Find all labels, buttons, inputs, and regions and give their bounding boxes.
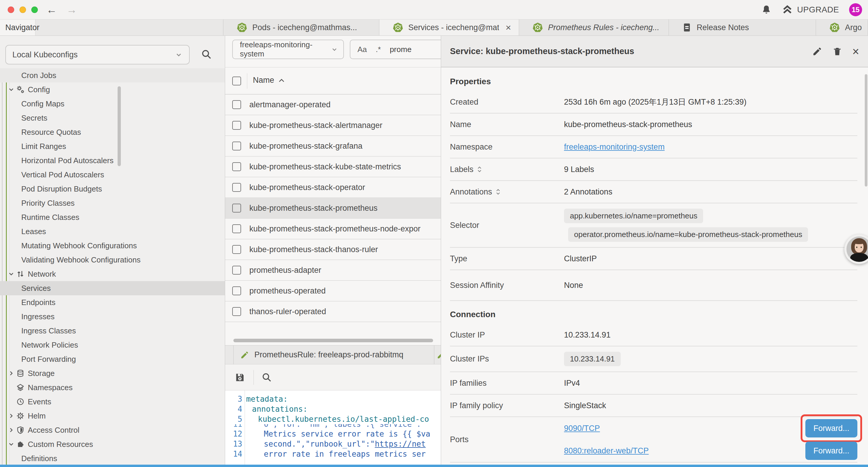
bottom-scrollbar[interactable] <box>0 465 868 467</box>
sidebar-item-vertical-pod-autoscalers[interactable]: Vertical Pod Autoscalers <box>0 168 225 182</box>
match-case-toggle[interactable]: Aa <box>358 45 367 54</box>
tab-prometheus-rules-icecheng[interactable]: Prometheus Rules - icecheng... <box>519 20 669 35</box>
upgrade-button[interactable]: UPGRADE <box>782 4 839 15</box>
row-checkbox[interactable] <box>232 307 241 316</box>
close-window-button[interactable] <box>8 6 14 13</box>
minimize-window-button[interactable] <box>20 6 26 13</box>
tab-pods-icecheng-mathmas[interactable]: Pods - icecheng@mathmas... <box>223 20 379 35</box>
sidebar-item-limit-ranges[interactable]: Limit Ranges <box>0 139 225 153</box>
editor-search-icon[interactable] <box>261 372 272 383</box>
port-link[interactable]: 8080:reloader-web/TCP <box>564 446 649 456</box>
sidebar-item-ingresses[interactable]: Ingresses <box>0 310 225 324</box>
tab-services-icecheng-math[interactable]: Services - icecheng@math...× <box>379 20 519 35</box>
chevron-right-icon[interactable] <box>8 412 15 419</box>
row-checkbox[interactable] <box>232 121 241 130</box>
sort-toggle-icon[interactable] <box>477 166 482 173</box>
select-all-checkbox[interactable] <box>232 77 241 85</box>
details-scrollbar-thumb[interactable] <box>865 74 867 186</box>
table-row-kube-prometheus-stack-alertmanager[interactable]: kube-prometheus-stack-alertmanager <box>225 115 441 136</box>
sidebar-item-resource-quotas[interactable]: Resource Quotas <box>0 125 225 139</box>
sidebar-item-helm[interactable]: Helm <box>0 409 225 423</box>
port-link[interactable]: 9090/TCP <box>564 424 600 433</box>
tab-navigator[interactable]: Navigator <box>0 20 35 35</box>
regex-toggle[interactable]: .* <box>376 45 381 54</box>
sidebar-search-icon[interactable] <box>201 49 212 60</box>
table-row-thanos-ruler-operated[interactable]: thanos-ruler-operated <box>225 301 441 322</box>
table-row-kube-prometheus-stack-prometheus[interactable]: kube-prometheus-stack-prometheus <box>225 198 441 219</box>
notifications-bell-icon[interactable] <box>761 4 772 15</box>
chevron-right-icon[interactable] <box>8 370 15 377</box>
sidebar-item-cron-jobs[interactable]: Cron Jobs <box>0 68 225 83</box>
save-icon[interactable] <box>234 372 246 383</box>
search-input[interactable]: Aa .* prome <box>350 39 441 59</box>
sidebar-item-config-maps[interactable]: Config Maps <box>0 97 225 111</box>
row-checkbox[interactable] <box>232 162 241 171</box>
sidebar-item-network[interactable]: Network <box>0 267 225 281</box>
sidebar-scrollbar-thumb[interactable] <box>118 86 121 166</box>
table-row-kube-prometheus-stack-thanos-ruler[interactable]: kube-prometheus-stack-thanos-ruler <box>225 239 441 260</box>
row-checkbox[interactable] <box>232 245 241 254</box>
row-checkbox[interactable] <box>232 100 241 109</box>
runbook-url-link[interactable]: https://net <box>375 439 426 449</box>
sidebar-item-secrets[interactable]: Secrets <box>0 111 225 125</box>
sidebar-item-priority-classes[interactable]: Priority Classes <box>0 196 225 210</box>
sidebar-item-access-control[interactable]: Access Control <box>0 423 225 437</box>
row-checkbox[interactable] <box>232 204 241 212</box>
sidebar-item-definitions[interactable]: Definitions <box>0 451 225 465</box>
name-column-header[interactable]: Name <box>253 76 285 85</box>
row-checkbox[interactable] <box>232 142 241 150</box>
sort-toggle-icon[interactable] <box>496 188 500 195</box>
chevron-down-icon[interactable] <box>8 441 15 448</box>
table-row-kube-prometheus-stack-grafana[interactable]: kube-prometheus-stack-grafana <box>225 136 441 157</box>
dock-tab-prometheusrule[interactable]: PrometheusRule: freeleaps-prod-rabbitmq <box>234 346 434 364</box>
sidebar-item-validating-webhook-configurations[interactable]: Validating Webhook Configurations <box>0 253 225 267</box>
table-row-prometheus-adapter[interactable]: prometheus-adapter <box>225 260 441 281</box>
sidebar-item-namespaces[interactable]: Namespaces <box>0 380 225 395</box>
notification-count-badge[interactable]: 15 <box>849 3 862 16</box>
sidebar-item-config[interactable]: Config <box>0 83 225 97</box>
row-checkbox[interactable] <box>232 286 241 295</box>
sidebar-item-storage[interactable]: Storage <box>0 366 225 380</box>
table-row-kube-prometheus-stack-prometheus-node-expor[interactable]: kube-prometheus-stack-prometheus-node-ex… <box>225 219 441 239</box>
sidebar-item-horizontal-pod-autoscalers[interactable]: Horizontal Pod Autoscalers <box>0 153 225 168</box>
namespace-link[interactable]: freeleaps-monitoring-system <box>564 143 665 151</box>
forward-button[interactable]: Forward... <box>805 442 857 460</box>
sidebar-item-pod-disruption-budgets[interactable]: Pod Disruption Budgets <box>0 182 225 196</box>
sidebar-item-ingress-classes[interactable]: Ingress Classes <box>0 324 225 338</box>
sidebar-item-runtime-classes[interactable]: Runtime Classes <box>0 210 225 224</box>
forward-button[interactable]: → <box>64 2 79 17</box>
table-row-kube-prometheus-stack-operator[interactable]: kube-prometheus-stack-operator <box>225 177 441 198</box>
close-details-icon[interactable]: × <box>852 46 859 57</box>
namespace-select[interactable]: freeleaps-monitoring-system <box>232 39 344 59</box>
sidebar-item-events[interactable]: Events <box>0 395 225 409</box>
sidebar-item-endpoints[interactable]: Endpoints <box>0 295 225 310</box>
kubeconfig-select[interactable]: Local Kubeconfigs <box>5 45 190 64</box>
sidebar-item-custom-resources[interactable]: Custom Resources <box>0 437 225 451</box>
sidebar-item-network-policies[interactable]: Network Policies <box>0 338 225 352</box>
sidebar-item-services[interactable]: Services <box>0 281 225 295</box>
back-button[interactable]: ← <box>44 2 59 17</box>
chevron-right-icon[interactable] <box>8 427 15 434</box>
row-checkbox[interactable] <box>232 266 241 274</box>
table-hscrollbar-thumb[interactable] <box>234 339 433 342</box>
table-row-prometheus-operated[interactable]: prometheus-operated <box>225 281 441 301</box>
yaml-editor[interactable]: 3metadata:4annotations:5kubectl.kubernet… <box>225 390 441 465</box>
tab-argo-se[interactable]: Argo Se <box>816 20 868 35</box>
close-tab-icon[interactable]: × <box>504 22 513 33</box>
sidebar-item-leases[interactable]: Leases <box>0 224 225 238</box>
zoom-window-button[interactable] <box>31 6 38 13</box>
table-row-kube-prometheus-stack-kube-state-metrics[interactable]: kube-prometheus-stack-kube-state-metrics <box>225 157 441 177</box>
tab-release-notes[interactable]: Release Notes <box>669 20 816 35</box>
edit-pencil-icon[interactable] <box>812 47 822 56</box>
sidebar-item-mutating-webhook-configurations[interactable]: Mutating Webhook Configurations <box>0 238 225 253</box>
sidebar-item-port-forwarding[interactable]: Port Forwarding <box>0 352 225 366</box>
dock-tab-partial[interactable] <box>434 346 441 364</box>
line-number: 13 <box>225 439 242 449</box>
sidebar-item-label: Custom Resources <box>28 440 93 449</box>
chevron-down-icon[interactable] <box>8 270 15 278</box>
row-checkbox[interactable] <box>232 224 241 233</box>
table-row-alertmanager-operated[interactable]: alertmanager-operated <box>225 95 441 115</box>
row-checkbox[interactable] <box>232 183 241 192</box>
delete-trash-icon[interactable] <box>832 47 842 56</box>
chevron-down-icon[interactable] <box>8 86 15 93</box>
